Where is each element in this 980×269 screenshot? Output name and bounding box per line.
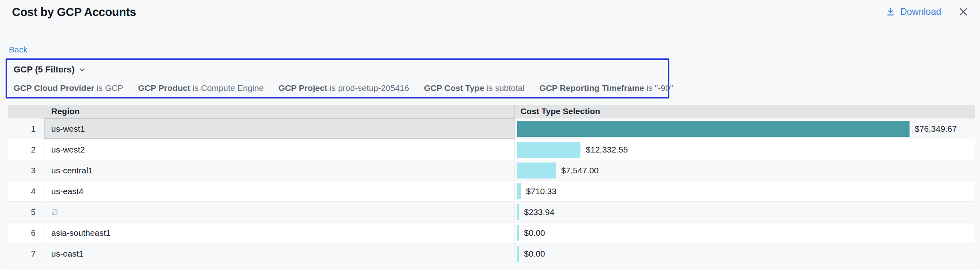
cost-bar — [517, 121, 910, 137]
cost-cell[interactable]: $0.00 — [515, 223, 975, 243]
cost-label: $12,332.55 — [586, 145, 628, 155]
region-cell[interactable]: us-west2 — [44, 139, 515, 160]
cost-bar — [517, 204, 519, 220]
cost-cell[interactable]: $12,332.55 — [515, 139, 975, 160]
chevron-down-icon — [78, 66, 86, 73]
top-actions: Download — [886, 6, 969, 17]
table-row[interactable]: 6 asia-southeast1 $0.00 — [8, 223, 975, 243]
region-cell[interactable]: asia-southeast1 — [44, 223, 515, 243]
row-number: 6 — [8, 223, 44, 243]
cost-column-header[interactable]: Cost Type Selection — [515, 105, 975, 118]
filter-summary-label: GCP (5 Filters) — [14, 64, 74, 75]
cost-label: $0.00 — [524, 249, 545, 259]
cost-bar — [517, 225, 519, 241]
cost-label: $710.33 — [526, 187, 556, 196]
filter-field: GCP Cloud Provider — [14, 83, 94, 92]
close-button[interactable] — [958, 6, 969, 17]
cost-cell[interactable]: $0.00 — [515, 243, 975, 264]
region-cell[interactable]: us-central1 — [44, 160, 515, 181]
cost-bar — [517, 246, 519, 262]
region-label: us-west2 — [51, 145, 85, 154]
table-row[interactable]: 7 us-east1 $0.00 — [8, 243, 975, 264]
row-number: 7 — [8, 243, 44, 264]
table-row[interactable]: 1 us-west1 $76,349.67 — [8, 118, 975, 139]
row-number: 1 — [8, 118, 44, 139]
filter-chip-list: GCP Cloud Provider is GCP GCP Product is… — [14, 83, 661, 93]
cost-label: $233.94 — [524, 207, 554, 217]
cost-cell[interactable]: $710.33 — [515, 181, 975, 201]
table-row[interactable]: 3 us-central1 $7,547.00 — [8, 160, 975, 181]
close-icon — [958, 6, 969, 17]
filter-field: GCP Cost Type — [424, 83, 484, 92]
table-row[interactable]: 5 ∅ $233.94 — [8, 202, 975, 223]
table-header: Region Cost Type Selection — [8, 105, 975, 118]
filter-chip[interactable]: GCP Project is prod-setup-205416 — [278, 83, 409, 93]
filter-value: is "-90" — [647, 83, 673, 92]
cost-label: $0.00 — [524, 228, 545, 238]
filter-field: GCP Reporting Timeframe — [539, 83, 644, 92]
cost-bar — [517, 142, 580, 158]
filter-value: is prod-setup-205416 — [329, 83, 409, 92]
table-row[interactable]: 2 us-west2 $12,332.55 — [8, 139, 975, 160]
filter-field: GCP Project — [278, 83, 327, 92]
filter-value: is Compute Engine — [193, 83, 263, 92]
filter-field: GCP Product — [138, 83, 190, 92]
region-label: us-central1 — [51, 166, 93, 175]
filter-chip[interactable]: GCP Cost Type is subtotal — [424, 83, 524, 93]
row-number: 3 — [8, 160, 44, 181]
cost-table: Region Cost Type Selection 1 us-west1 $7… — [8, 105, 975, 264]
row-number: 5 — [8, 202, 44, 222]
filter-value: is GCP — [96, 83, 123, 92]
filter-box: GCP (5 Filters) GCP Cloud Provider is GC… — [6, 58, 669, 98]
cost-label: $7,547.00 — [561, 166, 598, 175]
filter-chip[interactable]: GCP Reporting Timeframe is "-90" — [539, 83, 673, 93]
filter-chip[interactable]: GCP Product is Compute Engine — [138, 83, 264, 93]
cost-cell[interactable]: $233.94 — [515, 202, 975, 222]
row-number: 4 — [8, 181, 44, 201]
cost-cell[interactable]: $76,349.67 — [515, 118, 975, 139]
region-label: us-east1 — [51, 249, 84, 258]
table-row[interactable]: 4 us-east4 $710.33 — [8, 181, 975, 202]
filter-value: is subtotal — [487, 83, 525, 92]
cost-bar — [517, 183, 521, 199]
region-cell[interactable]: ∅ — [44, 202, 515, 222]
row-number: 2 — [8, 139, 44, 160]
filter-summary-toggle[interactable]: GCP (5 Filters) — [14, 64, 86, 75]
cost-label: $76,349.67 — [915, 124, 957, 134]
cost-cell[interactable]: $7,547.00 — [515, 160, 975, 181]
filter-chip[interactable]: GCP Cloud Provider is GCP — [14, 83, 123, 93]
region-cell[interactable]: us-east4 — [44, 181, 515, 201]
back-link[interactable]: Back — [9, 45, 28, 54]
region-column-header[interactable]: Region — [44, 105, 515, 118]
cost-bar — [517, 163, 556, 179]
download-button[interactable]: Download — [886, 6, 941, 17]
region-cell[interactable]: us-east1 — [44, 243, 515, 264]
download-icon — [886, 7, 896, 17]
download-label: Download — [900, 6, 941, 17]
region-label: asia-southeast1 — [51, 228, 110, 237]
region-label: us-west1 — [51, 124, 85, 133]
row-number-header — [8, 105, 44, 118]
region-label: us-east4 — [51, 187, 84, 196]
region-label: ∅ — [51, 208, 58, 217]
page-title: Cost by GCP Accounts — [12, 6, 136, 19]
region-cell[interactable]: us-west1 — [44, 118, 515, 139]
